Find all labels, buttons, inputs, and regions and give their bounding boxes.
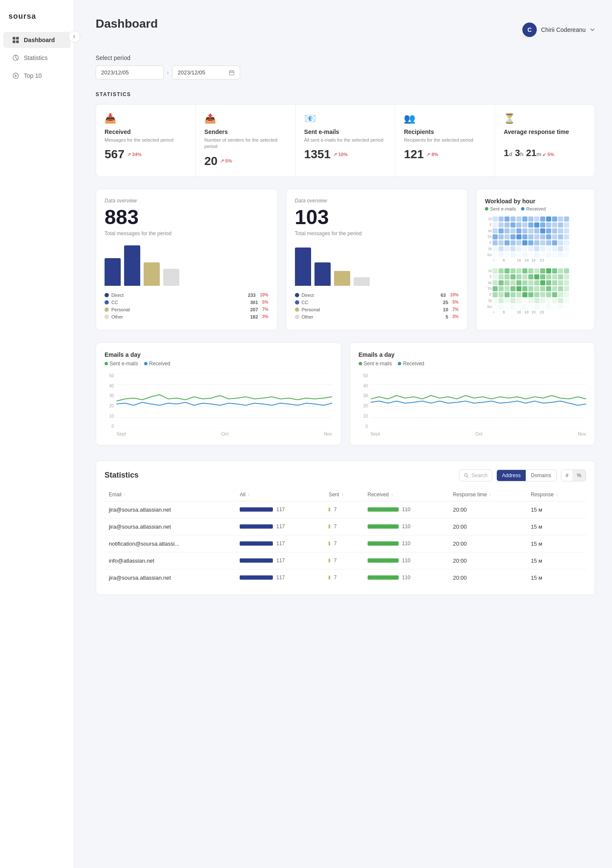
sidebar-item-top10-label: Top 10 [24, 72, 42, 79]
sort-icon-response: ↑ [556, 492, 558, 497]
col-sent[interactable]: Sent ↑ [324, 488, 363, 501]
bar-item [334, 271, 350, 286]
stat-value-recipients: 121 ↗ 8% [404, 148, 486, 161]
app-logo: soursa [0, 7, 74, 31]
period-end-input[interactable]: 2023/12/05 [172, 65, 240, 80]
cell-all: 117 [235, 552, 324, 569]
cell-sent: 7 [324, 552, 363, 569]
recipients-icon: 👥 [404, 113, 486, 124]
cell-all: 117 [235, 569, 324, 586]
cell-response-time: 20:00 [449, 501, 527, 518]
pct-button[interactable]: % [572, 470, 586, 481]
sidebar-item-top10[interactable]: Top 10 [3, 68, 71, 84]
sidebar-item-statistics-label: Statistics [24, 54, 48, 61]
chart1-total: 883 [105, 205, 269, 229]
line-chart-left: 50403020100 [105, 373, 332, 429]
svg-rect-3 [16, 40, 19, 43]
heatmap-green-row-T: T [485, 274, 586, 279]
chart-area-right [371, 373, 586, 429]
chevron-down-icon [590, 27, 595, 32]
workload-chart: Workload by hour Sent e-mails Received M… [476, 189, 595, 330]
cell-received: 110 [363, 535, 449, 552]
col-received[interactable]: Received ↑ [363, 488, 449, 501]
legend-item: Other 182 3% [105, 314, 269, 319]
senders-icon: 📤 [204, 113, 287, 124]
statistics-section-title: STATISTICS [96, 91, 595, 97]
legend-item: Personal 10 7% [295, 307, 459, 312]
toggle-group: Address Domains [496, 470, 556, 481]
stat-name-recipients: Recipients [404, 128, 486, 135]
sidebar-toggle-button[interactable] [68, 31, 80, 43]
cell-email: info@atlassian.net [105, 552, 235, 569]
stat-card-recipients: 👥 Recipients Recipients for the selected… [395, 105, 495, 176]
search-placeholder: Search [471, 472, 487, 478]
svg-rect-2 [13, 40, 15, 43]
stat-badge-recipients: ↗ 8% [426, 152, 438, 157]
statistics-table: Statistics Search Address Domains # % [96, 461, 595, 595]
table-row: jira@soursa.atlassian.net 117 7 110 [105, 518, 586, 535]
stat-badge-avgresponse: ↙ 5% [542, 152, 554, 157]
col-all[interactable]: All ↑ [235, 488, 324, 501]
cell-response: 15 м [527, 552, 586, 569]
bar-item [314, 262, 331, 286]
cell-email: jira@soursa.atlassian.net [105, 569, 235, 586]
heatmap-green-row-M: M [485, 268, 586, 273]
stat-card-senders: 📤 Senders Number of senders for the sele… [196, 105, 296, 176]
stat-name-received: Received [105, 128, 187, 135]
cell-received: 110 [363, 518, 449, 535]
col-email[interactable]: Email ↑ [105, 488, 235, 501]
chart1-bars [105, 243, 269, 286]
stat-cards: 📥 Received Messages for the selected per… [96, 104, 595, 177]
sort-icon-received: ↑ [391, 492, 393, 497]
received-icon: 📥 [105, 113, 187, 124]
table-title: Statistics [105, 471, 139, 480]
sort-icon-all: ↑ [248, 492, 250, 497]
dashboard-icon [12, 36, 20, 44]
heatmap-green-row-W: W [485, 280, 586, 285]
sent-icon: 📧 [304, 113, 387, 124]
sidebar-item-dashboard[interactable]: Dashboard [3, 32, 71, 48]
stat-value-senders: 20 ↗ 5% [204, 154, 287, 168]
table-row: notification@soursa.atlassi... 117 7 110 [105, 535, 586, 552]
bar-item [354, 277, 370, 286]
stat-desc-avgresponse [504, 137, 586, 143]
chart-overview-883: Data overview 883 Total messages for the… [96, 189, 278, 330]
legend-item: CC 301 5% [105, 300, 269, 305]
col-response[interactable]: Response ↑ [527, 488, 586, 501]
cell-response-time: 20:00 [449, 518, 527, 535]
cell-sent: 7 [324, 518, 363, 535]
received-heatmap: M T W Th F [485, 268, 586, 314]
toggle-address[interactable]: Address [497, 470, 526, 481]
cell-response: 15 м [527, 501, 586, 518]
hash-button[interactable]: # [561, 470, 573, 481]
emails-legend-right: Sent e-mails Received [359, 361, 586, 367]
chart2-legend: Direct 63 10% CC 25 5% Personal 10 7% [295, 293, 459, 319]
chart2-title: Data overview [295, 198, 459, 204]
chart2-total: 103 [295, 205, 459, 229]
stat-card-avgresponse: ⏳ Average response time 1d 3h 21m ↙ 5% [495, 105, 595, 176]
col-response-time[interactable]: Response time ↑ [449, 488, 527, 501]
stat-card-received: 📥 Received Messages for the selected per… [96, 105, 196, 176]
stat-desc-sent: All sent e-mails for the selected period [304, 137, 387, 143]
bar-item [163, 269, 179, 286]
data-table: Email ↑ All ↑ Sent ↑ Received ↑ Response… [105, 488, 586, 586]
workload-received-label: Received [526, 206, 546, 211]
legend-item: Direct 233 10% [105, 293, 269, 298]
emails-title-right: Emails a day [359, 351, 586, 358]
period-start-input[interactable] [96, 65, 164, 80]
search-box[interactable]: Search [459, 470, 492, 481]
svg-line-20 [467, 476, 468, 478]
cell-response: 15 м [527, 535, 586, 552]
stat-desc-received: Messages for the selected period [105, 137, 187, 143]
sort-icon-email: ↑ [124, 492, 126, 497]
cell-response-time: 20:00 [449, 535, 527, 552]
sidebar-item-statistics[interactable]: Statistics [3, 50, 71, 66]
legend-item: CC 25 5% [295, 300, 459, 305]
toggle-domains[interactable]: Domains [526, 470, 556, 481]
chart1-title: Data overview [105, 198, 269, 204]
cell-sent: 7 [324, 535, 363, 552]
cell-response-time: 20:00 [449, 552, 527, 569]
sidebar-item-dashboard-label: Dashboard [24, 37, 55, 43]
legend-dot [295, 307, 299, 312]
legend-item: Other 5 3% [295, 314, 459, 319]
